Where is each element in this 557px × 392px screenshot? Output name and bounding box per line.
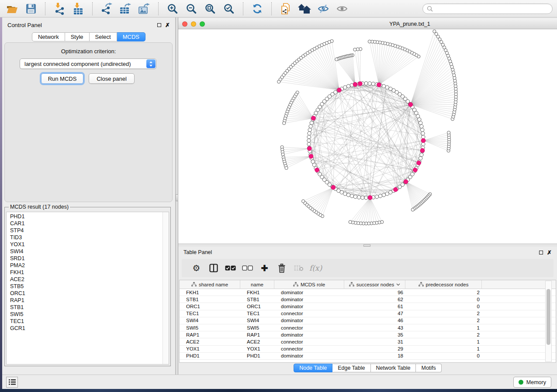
tab-motifs[interactable]: Motifs (416, 364, 441, 372)
mcds-result-item[interactable]: SWI4 (10, 248, 169, 255)
tab-select[interactable]: Select (90, 32, 117, 41)
zoom-out-button[interactable] (183, 2, 199, 16)
mcds-result-item[interactable]: GCR1 (10, 325, 169, 332)
table-row[interactable]: RAP1RAP1dominator352 (180, 331, 556, 338)
mcds-list-scrollbar[interactable] (163, 212, 169, 364)
column-header-name[interactable]: name (240, 280, 274, 289)
deselect-all-button[interactable] (239, 265, 256, 271)
sort-chevron-icon (396, 283, 400, 286)
network-from-selection-button[interactable] (278, 2, 294, 16)
control-panel: Control Panel ✗ NetworkStyleSelectMCDS O… (2, 17, 176, 375)
function-builder-button[interactable]: f(x) (307, 264, 324, 272)
float-panel-icon[interactable] (539, 251, 543, 254)
save-session-button[interactable] (23, 2, 39, 16)
minimize-window-icon[interactable] (191, 21, 196, 27)
tab-network-table[interactable]: Network Table (371, 364, 416, 372)
zoom-in-button[interactable] (165, 2, 180, 16)
close-panel-icon[interactable]: ✗ (547, 250, 552, 255)
show-all-button[interactable] (334, 2, 350, 16)
mcds-result-item[interactable]: STP4 (10, 227, 169, 234)
open-session-button[interactable] (4, 2, 20, 16)
table-row[interactable]: PHD1PHD1dominator180 (180, 353, 556, 360)
first-neighbors-button[interactable] (297, 2, 312, 16)
control-panel-titlebar[interactable]: Control Panel ✗ (2, 17, 175, 30)
mcds-result-item[interactable]: YOX1 (10, 241, 169, 248)
table-panel-titlebar[interactable]: Table Panel ✗ (178, 247, 557, 257)
table-cell: 1 (405, 325, 482, 330)
add-column-button[interactable]: ✚ (256, 264, 273, 272)
zoom-selected-button[interactable] (221, 2, 237, 16)
table-row[interactable]: YOX1YOX1connector291 (180, 346, 556, 353)
toolbar-separator (243, 2, 243, 15)
maximize-window-icon[interactable] (200, 21, 205, 27)
table-cell: SWI5 (180, 325, 240, 330)
network-canvas[interactable] (178, 29, 557, 244)
select-all-button[interactable] (222, 265, 239, 271)
column-header-mcds-role[interactable]: MCDS role (274, 280, 344, 289)
export-image-button[interactable] (136, 2, 152, 16)
column-header-shared-name[interactable]: shared name (180, 280, 240, 289)
delete-table-button[interactable] (290, 265, 307, 271)
mcds-result-item[interactable]: ORC1 (10, 290, 169, 297)
node-table: shared namenameMCDS rolesuccessor nodesp… (179, 280, 556, 363)
mcds-result-item[interactable]: SWI5 (10, 311, 169, 318)
tab-mcds[interactable]: MCDS (117, 32, 145, 41)
tab-edge-table[interactable]: Edge Table (332, 364, 370, 372)
mcds-result-item[interactable]: RAP1 (10, 297, 169, 304)
horizontal-splitter[interactable] (178, 244, 557, 247)
dropdown-stepper-icon (146, 59, 156, 68)
mcds-result-item[interactable]: FKH1 (10, 269, 169, 276)
table-row[interactable]: STB1STB1dominator620 (180, 296, 556, 303)
mcds-result-item[interactable]: STB1 (10, 304, 169, 311)
column-header-successor-nodes[interactable]: successor nodes (344, 280, 405, 289)
close-window-icon[interactable] (182, 21, 187, 27)
mcds-result-item[interactable]: PHD1 (10, 213, 169, 220)
export-image-icon (138, 3, 150, 14)
refresh-layout-button[interactable] (249, 2, 265, 16)
hide-selected-button[interactable] (315, 2, 331, 16)
table-row[interactable]: SWI4SWI4dominator462 (180, 317, 556, 324)
zoom-fit-button[interactable] (202, 2, 218, 16)
import-table-button[interactable] (70, 2, 86, 16)
plus-icon: ✚ (261, 264, 268, 272)
mcds-result-item[interactable]: TID3 (10, 234, 169, 241)
run-mcds-button[interactable]: Run MCDS (41, 73, 83, 84)
mcds-result-list[interactable]: PHD1CAR1STP4TID3YOX1SWI4SRD1PMA2FKH1ACE2… (6, 212, 169, 364)
task-history-button[interactable] (6, 377, 18, 388)
mcds-result-item[interactable]: CAR1 (10, 220, 169, 227)
tab-style[interactable]: Style (65, 32, 90, 41)
show-columns-button[interactable] (205, 264, 222, 272)
network-window-titlebar[interactable]: YPA_prune.txt_1 (178, 18, 557, 29)
table-row[interactable]: ORC1ORC1dominator610 (180, 303, 556, 310)
memory-button[interactable]: Memory (513, 377, 551, 388)
close-panel-icon[interactable]: ✗ (165, 22, 170, 28)
optimization-criterion-select[interactable]: largest connected component (undirected) (20, 58, 156, 69)
network-graph[interactable] (178, 29, 557, 244)
search-input[interactable] (436, 6, 548, 12)
import-network-button[interactable] (52, 2, 67, 16)
column-header-predecessor-nodes[interactable]: predecessor nodes (405, 280, 482, 289)
delete-column-button[interactable] (273, 264, 290, 273)
search-box[interactable] (422, 3, 553, 14)
table-scrollbar[interactable] (545, 281, 552, 362)
mcds-result-item[interactable]: STB5 (10, 283, 169, 290)
table-row[interactable]: ACE2ACE2connector311 (180, 338, 556, 345)
import-network-icon (54, 3, 66, 15)
tab-node-table[interactable]: Node Table (294, 364, 332, 372)
mcds-result-item[interactable]: ACE2 (10, 276, 169, 283)
mcds-result-item[interactable]: TEC1 (10, 318, 169, 325)
table-row[interactable]: TEC1TEC1connector472 (180, 310, 556, 317)
zoom-selected-icon (223, 3, 235, 14)
table-scrollbar-thumb[interactable] (547, 289, 550, 345)
float-panel-icon[interactable] (157, 23, 161, 27)
export-table-button[interactable] (118, 2, 133, 16)
table-row[interactable]: FKH1FKH1dominator962 (180, 289, 556, 296)
tab-network[interactable]: Network (32, 32, 65, 41)
mcds-result-item[interactable]: SRD1 (10, 255, 169, 262)
export-network-button[interactable] (99, 2, 114, 16)
table-row[interactable]: SWI5SWI5connector431 (180, 324, 556, 331)
table-settings-button[interactable]: ⚙ (188, 264, 205, 272)
mcds-result-item[interactable]: PMA2 (10, 262, 169, 269)
table-cell: 62 (344, 297, 405, 302)
close-panel-button[interactable]: Close panel (89, 73, 135, 84)
